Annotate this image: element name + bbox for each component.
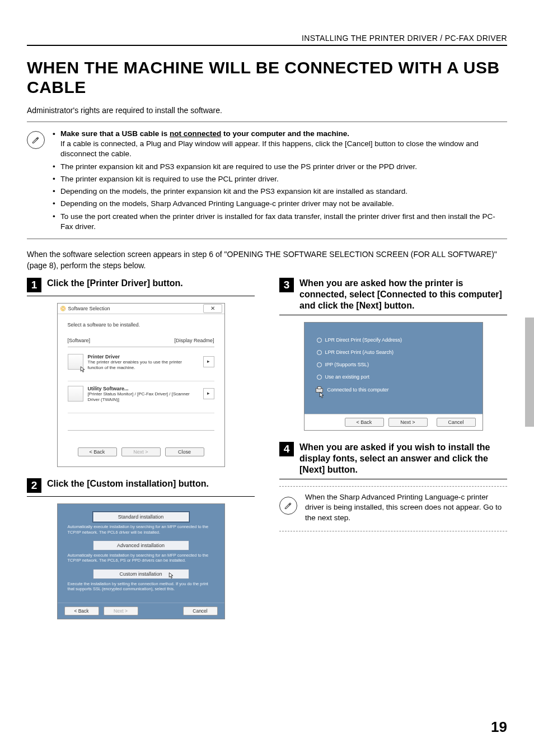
printer-driver-item[interactable]: Printer Driver The printer driver enable…: [68, 349, 214, 381]
inline-note-text: When the Sharp Advanced Printing Languag…: [305, 492, 505, 523]
dialog-titlebar: 📀 Software Selection ✕: [58, 304, 224, 314]
note-bold-underline: not connected: [170, 129, 221, 138]
custom-installation-button[interactable]: Custom installation: [93, 569, 189, 579]
step-title: When you are asked if you wish to instal…: [299, 442, 507, 475]
close-button[interactable]: Close: [165, 447, 204, 456]
connection-method-dialog: LPR Direct Print (Specify Address) LPR D…: [304, 322, 483, 431]
utility-software-item[interactable]: Utility Software... [Printer Status Moni…: [68, 381, 214, 413]
advanced-installation-button[interactable]: Advanced installation: [93, 540, 189, 550]
radio-icon: [317, 338, 322, 343]
item-name: Utility Software...: [88, 386, 129, 391]
installation-type-dialog: Standard installation Automatically exec…: [57, 503, 225, 619]
step-number: 2: [27, 478, 41, 493]
radio-lpr-auto[interactable]: LPR Direct Print (Auto Search): [317, 349, 470, 355]
pencil-icon: [31, 136, 40, 144]
option-desc: Automatically execute installation by se…: [68, 524, 214, 535]
go-icon[interactable]: ▸: [203, 356, 214, 367]
note-bold-pre: Make sure that a USB cable is: [60, 129, 170, 138]
item-desc: [Printer Status Monitor] / [PC-Fax Drive…: [88, 391, 199, 402]
cursor-icon: [168, 572, 174, 579]
cancel-button[interactable]: Cancel: [183, 606, 218, 615]
note-bullet: The printer expansion kit and PS3 expans…: [53, 162, 503, 172]
option-desc: Automatically execute installation by se…: [68, 553, 214, 563]
step-number: 4: [279, 442, 294, 456]
back-button[interactable]: < Back: [345, 418, 384, 427]
note-bullet: To use the port created when the printer…: [53, 212, 503, 232]
radio-label: Connected to this computer: [327, 387, 389, 393]
step-number: 1: [27, 278, 41, 292]
standard-installation-button[interactable]: Standard installation: [93, 512, 189, 522]
lead-in-text: When the software selection screen appea…: [27, 249, 507, 271]
note-icon: [279, 497, 297, 515]
note-bold-post: to your computer and the machine.: [221, 129, 349, 138]
item-desc: The printer driver enables you to use th…: [88, 360, 199, 370]
cancel-button[interactable]: Cancel: [437, 418, 476, 427]
step-1: 1 Click the [Printer Driver] button. 📀 S…: [27, 278, 255, 467]
step-2: 2 Click the [Custom installation] button…: [27, 478, 255, 619]
note-box: Make sure that a USB cable is not connec…: [27, 122, 507, 239]
note-bullet: Depending on the models, the printer exp…: [53, 186, 503, 197]
cursor-icon: [80, 366, 86, 373]
option-desc: Execute the installation by setting the …: [68, 581, 214, 592]
running-header-rule: [27, 45, 507, 46]
section-side-tab: [525, 318, 534, 427]
note-bullet: Depending on the models, Sharp Advanced …: [53, 199, 503, 209]
display-readme-tab[interactable]: [Display Readme]: [174, 338, 214, 343]
next-button[interactable]: Next >: [104, 606, 138, 615]
software-selection-dialog: 📀 Software Selection ✕ Select a software…: [57, 303, 225, 467]
note-first-sub: If a cable is connected, a Plug and Play…: [60, 139, 503, 159]
pencil-icon: [284, 501, 293, 510]
go-icon[interactable]: ▸: [203, 388, 214, 399]
dialog-title: Software Selection: [68, 306, 110, 311]
note-bullet: The printer expansion kit is required to…: [53, 174, 503, 184]
advanced-installation-option: Advanced installation Automatically exec…: [68, 540, 214, 563]
utility-software-icon: [68, 386, 83, 402]
back-button[interactable]: < Back: [78, 447, 117, 456]
next-button[interactable]: Next >: [121, 447, 161, 456]
step-3: 3 When you are asked how the printer is …: [279, 278, 507, 431]
radio-icon: [317, 362, 322, 367]
note-icon: [27, 131, 45, 149]
note-first-bullet: Make sure that a USB cable is not connec…: [53, 129, 503, 160]
radio-existing-port[interactable]: Use an existing port: [317, 374, 470, 380]
cursor-icon: [319, 392, 325, 399]
item-name: Printer Driver: [88, 354, 120, 360]
step-number: 3: [279, 278, 294, 292]
radio-icon: [317, 375, 322, 380]
inline-note: When the Sharp Advanced Printing Languag…: [279, 486, 507, 531]
page-number: 19: [491, 718, 507, 736]
step-title: When you are asked how the printer is co…: [299, 278, 507, 311]
dialog-subtitle: Select a software to be installed.: [68, 322, 214, 328]
step-title: Click the [Printer Driver] button.: [47, 278, 183, 289]
installer-icon: 📀: [60, 306, 66, 311]
radio-connected-to-this-computer[interactable]: Connected to this computer: [317, 386, 470, 393]
step-4: 4 When you are asked if you wish to inst…: [279, 442, 507, 531]
page-title: WHEN THE MACHINE WILL BE CONNECTED WITH …: [27, 58, 507, 97]
close-icon[interactable]: ✕: [203, 304, 222, 313]
back-button[interactable]: < Back: [64, 606, 99, 615]
radio-label: LPR Direct Print (Specify Address): [325, 337, 402, 343]
standard-installation-option: Standard installation Automatically exec…: [68, 512, 214, 535]
radio-lpr-specify[interactable]: LPR Direct Print (Specify Address): [317, 337, 470, 343]
radio-label: IPP (Supports SSL): [325, 362, 369, 367]
radio-label: LPR Direct Print (Auto Search): [325, 349, 394, 355]
running-header: INSTALLING THE PRINTER DRIVER / PC-FAX D…: [27, 34, 507, 43]
radio-ipp[interactable]: IPP (Supports SSL): [317, 362, 470, 367]
step-title: Click the [Custom installation] button.: [47, 478, 209, 489]
radio-label: Use an existing port: [325, 374, 370, 380]
software-tab[interactable]: [Software]: [68, 338, 91, 343]
intro-text: Administrator's rights are required to i…: [27, 106, 507, 115]
next-button[interactable]: Next >: [388, 418, 428, 427]
radio-icon: [317, 350, 322, 355]
custom-installation-option: Custom installation Execute the installa…: [68, 569, 214, 592]
